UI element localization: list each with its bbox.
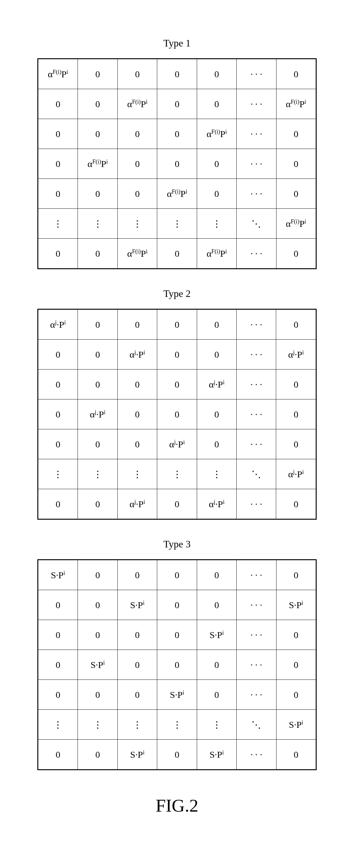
- table-cell: · · ·: [237, 680, 276, 710]
- table-cell: ⋮: [78, 209, 117, 239]
- table-cell: 0: [38, 429, 78, 459]
- table-cell: · · ·: [237, 149, 276, 179]
- table-cell: 0: [78, 370, 117, 399]
- table-cell: 0: [78, 89, 117, 119]
- table-cell: ⋮: [117, 209, 157, 239]
- table-cell: 0: [157, 650, 197, 680]
- table-cell: 0: [38, 89, 78, 119]
- table-cell: 0: [197, 590, 236, 620]
- table-cell: 0: [78, 309, 117, 340]
- table-row: 0000αF(i)Pi· · ·0: [38, 119, 316, 149]
- table-cell: 0: [117, 560, 157, 590]
- table-cell: 0: [78, 179, 117, 209]
- table-row: 000S·Pi0· · ·0: [38, 680, 316, 710]
- table-cell: 0: [276, 650, 316, 680]
- table-cell: 0: [197, 59, 236, 89]
- table-cell: 0: [197, 179, 236, 209]
- table-cell: 0: [38, 650, 78, 680]
- matrix-table: S·Pi0000· · ·000S·Pi00· · ·S·Pi0000S·Pi·…: [37, 559, 317, 770]
- table-cell: 0: [197, 560, 236, 590]
- table-cell: 0: [117, 680, 157, 710]
- figure-label: FIG.2: [37, 795, 317, 816]
- table-cell: · · ·: [237, 179, 276, 209]
- table-cell: 0: [276, 489, 316, 519]
- table-cell: αj·Pi: [276, 459, 316, 489]
- table-cell: 0: [38, 119, 78, 149]
- table-cell: ⋮: [117, 459, 157, 489]
- table-cell: 0: [38, 179, 78, 209]
- table-row: 00S·Pi00· · ·S·Pi: [38, 590, 316, 620]
- table-row: 0000αj·Pi· · ·0: [38, 370, 316, 399]
- table-row: 0αj·Pi000· · ·0: [38, 399, 316, 429]
- table-cell: S·Pi: [197, 620, 236, 650]
- table-cell: ⋱: [237, 710, 276, 740]
- table-cell: 0: [38, 680, 78, 710]
- table-cell: 0: [78, 740, 117, 770]
- table-cell: 0: [197, 149, 236, 179]
- table-cell: · · ·: [237, 650, 276, 680]
- table-cell: αj·Pi: [78, 399, 117, 429]
- table-cell: 0: [157, 59, 197, 89]
- table-cell: · · ·: [237, 119, 276, 149]
- table-cell: S·Pi: [157, 680, 197, 710]
- type-label: Type 3: [37, 538, 317, 550]
- table-cell: 0: [78, 680, 117, 710]
- table-cell: αj·Pi: [117, 340, 157, 370]
- table-cell: 0: [78, 429, 117, 459]
- table-row: 00αF(i)Pi00· · ·αF(i)Pi: [38, 89, 316, 119]
- table-cell: 0: [157, 740, 197, 770]
- table-cell: ⋮: [38, 209, 78, 239]
- table-row: 00αj·Pi0αj·Pi· · ·0: [38, 489, 316, 519]
- table-cell: · · ·: [237, 309, 276, 340]
- table-cell: ⋱: [237, 459, 276, 489]
- table-cell: · · ·: [237, 489, 276, 519]
- table-cell: αF(i)Pi: [276, 209, 316, 239]
- table-cell: 0: [38, 370, 78, 399]
- table-cell: 0: [78, 620, 117, 650]
- table-cell: αj·Pi: [276, 340, 316, 370]
- table-cell: αF(i)Pi: [197, 239, 236, 269]
- type-label: Type 2: [37, 288, 317, 300]
- table-cell: 0: [276, 399, 316, 429]
- matrix-table: αj·Pi0000· · ·000αj·Pi00· · ·αj·Pi0000αj…: [37, 309, 317, 520]
- table-cell: 0: [157, 119, 197, 149]
- table-cell: S·Pi: [117, 740, 157, 770]
- table-row: 0000S·Pi· · ·0: [38, 620, 316, 650]
- table-cell: 0: [117, 399, 157, 429]
- table-cell: 0: [157, 340, 197, 370]
- table-cell: ⋮: [197, 209, 236, 239]
- table-cell: S·Pi: [117, 590, 157, 620]
- table-cell: 0: [78, 489, 117, 519]
- table-cell: 0: [276, 560, 316, 590]
- table-cell: αj·Pi: [117, 489, 157, 519]
- table-cell: ⋮: [197, 710, 236, 740]
- table-cell: 0: [197, 340, 236, 370]
- table-cell: 0: [78, 560, 117, 590]
- type-label: Type 1: [37, 37, 317, 49]
- table-cell: 0: [38, 239, 78, 269]
- table-cell: 0: [276, 179, 316, 209]
- table-cell: 0: [197, 650, 236, 680]
- table-cell: 0: [78, 59, 117, 89]
- table-cell: 0: [78, 119, 117, 149]
- table-cell: 0: [157, 620, 197, 650]
- table-cell: αF(i)Pi: [197, 119, 236, 149]
- table-cell: ⋮: [38, 710, 78, 740]
- table-cell: 0: [117, 429, 157, 459]
- table-cell: S·Pi: [197, 740, 236, 770]
- table-row: 00αj·Pi00· · ·αj·Pi: [38, 340, 316, 370]
- table-cell: 0: [38, 620, 78, 650]
- table-row: ⋮⋮⋮⋮⋮⋱αF(i)Pi: [38, 209, 316, 239]
- table-cell: 0: [38, 489, 78, 519]
- table-cell: αF(i)Pi: [38, 59, 78, 89]
- table-cell: 0: [276, 740, 316, 770]
- table-cell: 0: [117, 650, 157, 680]
- table-cell: αF(i)Pi: [78, 149, 117, 179]
- table-cell: αF(i)Pi: [276, 89, 316, 119]
- table-cell: 0: [38, 740, 78, 770]
- table-cell: αF(i)Pi: [117, 89, 157, 119]
- table-cell: 0: [157, 309, 197, 340]
- table-cell: αj·Pi: [157, 429, 197, 459]
- table-cell: αj·Pi: [38, 309, 78, 340]
- table-cell: 0: [38, 340, 78, 370]
